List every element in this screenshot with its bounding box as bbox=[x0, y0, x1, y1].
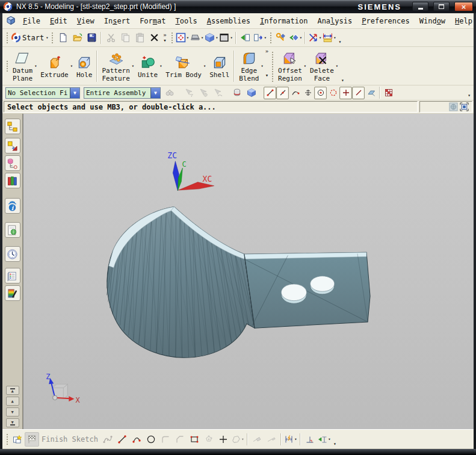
menu-help[interactable]: Help bbox=[450, 15, 476, 27]
start-button[interactable]: Start▾ bbox=[10, 31, 49, 45]
dropdown-arrow-icon[interactable]: ▾ bbox=[264, 36, 267, 40]
viewport-canvas[interactable]: ZC C XC Z X bbox=[23, 114, 474, 429]
menu-window[interactable]: Window bbox=[415, 15, 450, 27]
minimize-button[interactable] bbox=[412, 2, 428, 11]
open-button[interactable] bbox=[70, 31, 84, 45]
scroll-up-button[interactable]: ▲ bbox=[6, 397, 19, 406]
selection-scope[interactable]: Entire Assembly▼ bbox=[84, 87, 161, 99]
dropdown-arrow-icon[interactable]: ▾ bbox=[70, 64, 73, 69]
dropdown-arrow-icon[interactable]: ▾ bbox=[230, 36, 232, 40]
snap-tangent-button[interactable] bbox=[289, 87, 301, 99]
menu-insert[interactable]: Insert bbox=[99, 15, 135, 27]
toolbar-grip-handle[interactable] bbox=[269, 31, 272, 45]
maximize-button[interactable] bbox=[433, 2, 450, 11]
arc-button[interactable] bbox=[129, 432, 144, 447]
toolbar-options-button[interactable]: ▾ bbox=[332, 441, 338, 447]
solid-body[interactable] bbox=[107, 207, 370, 358]
dropdown-arrow-icon[interactable]: ▾ bbox=[300, 36, 302, 40]
roles-button[interactable] bbox=[5, 285, 20, 301]
show-hide-button[interactable]: ▾ bbox=[288, 31, 303, 45]
selection-type-filter[interactable]: No Selection Fi▼ bbox=[5, 87, 80, 99]
snap-intersection-button[interactable] bbox=[339, 87, 352, 99]
toolbar-options-button[interactable]: ▾ bbox=[337, 39, 344, 45]
dropdown-arrow-icon[interactable]: ▾ bbox=[328, 437, 330, 442]
scroll-down-button[interactable]: ▼ bbox=[6, 407, 19, 416]
quick-extend-button[interactable] bbox=[264, 432, 279, 447]
extrude-button[interactable]: Extrude▾ bbox=[38, 47, 74, 85]
rectangle-button[interactable] bbox=[187, 432, 202, 447]
dropdown-arrow-icon[interactable]: ▾ bbox=[319, 36, 321, 40]
dropdown-arrow-icon[interactable]: ▾ bbox=[46, 36, 48, 40]
status-web-icon[interactable] bbox=[449, 102, 458, 111]
delete-button[interactable] bbox=[147, 31, 161, 45]
trim-body-button[interactable]: Trim Body▾ bbox=[163, 47, 207, 85]
combo-dropdown-icon[interactable]: ▼ bbox=[150, 88, 160, 98]
status-clip-icon[interactable] bbox=[460, 102, 469, 111]
dropdown-arrow-icon[interactable]: ▾ bbox=[294, 437, 297, 442]
toolbar-options-button[interactable]: ▾ bbox=[466, 93, 472, 98]
new-part-button[interactable] bbox=[55, 31, 70, 45]
find-button[interactable] bbox=[162, 85, 177, 100]
snap-point-on-curve-button[interactable] bbox=[352, 87, 365, 99]
offset-curve-button[interactable]: ▾ bbox=[230, 432, 245, 447]
finish-sketch-button[interactable] bbox=[25, 432, 39, 447]
dropdown-arrow-icon[interactable]: ▾ bbox=[241, 437, 244, 442]
line-button[interactable] bbox=[115, 432, 129, 447]
toolbar-grip-handle[interactable] bbox=[271, 51, 274, 82]
toolbar-grip-handle[interactable] bbox=[51, 31, 54, 45]
delete-face-button[interactable]: Delete Face▾ bbox=[308, 47, 339, 85]
copy-button[interactable] bbox=[118, 31, 132, 45]
clamp-plate-face[interactable] bbox=[244, 252, 370, 328]
dropdown-arrow-icon[interactable]: ▾ bbox=[215, 36, 218, 40]
dropdown-arrow-icon[interactable]: ▾ bbox=[333, 36, 336, 40]
dropdown-arrow-icon[interactable]: ▾ bbox=[159, 64, 162, 69]
menu-preferences[interactable]: Preferences bbox=[357, 15, 414, 27]
select-general-button[interactable] bbox=[182, 85, 196, 100]
assembly-navigator-button[interactable] bbox=[5, 119, 20, 134]
snap-center-button[interactable] bbox=[314, 87, 327, 99]
snap-face-button[interactable] bbox=[365, 87, 377, 99]
close-button[interactable]: × bbox=[454, 2, 473, 11]
rapid-dimension-button[interactable]: ▾ bbox=[283, 432, 298, 447]
snap-midpoint-button[interactable] bbox=[276, 87, 289, 99]
clip-section-button[interactable]: ▾ bbox=[308, 31, 322, 45]
part-navigator-button[interactable] bbox=[5, 155, 20, 171]
scroll-first-button[interactable]: ▲ bbox=[6, 386, 19, 395]
plate-hole-2[interactable] bbox=[311, 276, 335, 294]
orient-view-button[interactable]: ▾ bbox=[190, 31, 204, 45]
grid-snap-button[interactable] bbox=[382, 87, 395, 99]
paste-button[interactable] bbox=[132, 31, 147, 45]
toolbar-grip-handle[interactable] bbox=[5, 433, 8, 446]
reuse-library-button[interactable] bbox=[5, 173, 20, 188]
history-button[interactable] bbox=[5, 246, 20, 262]
toolbar-options-button[interactable]: ▾ bbox=[339, 78, 346, 83]
snap-endpoint-button[interactable] bbox=[264, 87, 276, 99]
dropdown-arrow-icon[interactable]: ▾ bbox=[203, 64, 206, 69]
dropdown-arrow-icon[interactable]: ▾ bbox=[132, 64, 134, 69]
profile-button[interactable] bbox=[100, 432, 115, 447]
window-pane-a-button[interactable] bbox=[238, 31, 253, 45]
snap-circle-button[interactable] bbox=[327, 87, 339, 99]
window-pane-b-button[interactable]: ▾ bbox=[253, 31, 267, 45]
toolbar-overflow-button[interactable]: »▾ bbox=[265, 47, 269, 79]
edge-blend-button[interactable]: Edge Blend▾ bbox=[236, 47, 264, 85]
pattern-feature-button[interactable]: Pattern Feature▾ bbox=[99, 47, 135, 85]
geometric-constraints-button[interactable] bbox=[303, 432, 317, 447]
unlock-button[interactable] bbox=[274, 31, 288, 45]
process-studio-button[interactable] bbox=[5, 268, 20, 283]
polygon-button[interactable] bbox=[202, 432, 216, 447]
toolbar-overflow-button[interactable]: »▾ bbox=[161, 32, 168, 43]
menu-edit[interactable]: Edit bbox=[45, 15, 72, 27]
offset-region-button[interactable]: Offset Region▾ bbox=[276, 47, 308, 85]
shaded-object-button[interactable] bbox=[244, 85, 259, 100]
web-browser-button[interactable] bbox=[5, 222, 20, 238]
cut-button[interactable] bbox=[104, 31, 118, 45]
scroll-last-button[interactable]: ▼ bbox=[6, 418, 19, 427]
toolbar-grip-handle[interactable] bbox=[5, 31, 8, 45]
toolbar-grip-handle[interactable] bbox=[170, 31, 173, 45]
toolbar-grip-handle[interactable] bbox=[5, 60, 8, 73]
select-lasso-button[interactable] bbox=[211, 85, 225, 100]
menu-analysis[interactable]: Analysis bbox=[312, 15, 357, 27]
dropdown-arrow-icon[interactable]: ▾ bbox=[34, 64, 37, 69]
combo-dropdown-icon[interactable]: ▼ bbox=[70, 88, 79, 98]
